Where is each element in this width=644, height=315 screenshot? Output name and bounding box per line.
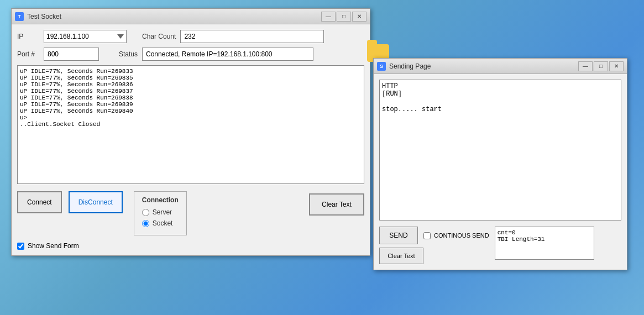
socket-radio-label[interactable]: Socket <box>142 219 179 227</box>
char-count-label: Char Count <box>142 33 176 40</box>
main-window: T Test Socket — □ ✕ IP 192.168.1.100 Cha… <box>11 8 370 256</box>
main-minimize-button[interactable]: — <box>321 12 336 22</box>
main-window-icon: T <box>15 12 24 21</box>
connection-title: Connection <box>142 196 179 204</box>
connect-button[interactable]: Connect <box>17 191 62 213</box>
sending-minimize-button[interactable]: — <box>578 61 593 71</box>
port-label: Port # <box>17 50 39 58</box>
port-row: Port # Status <box>17 48 364 61</box>
status-input[interactable] <box>142 48 313 61</box>
continous-checkbox[interactable] <box>423 232 431 239</box>
log-textarea[interactable] <box>17 65 364 184</box>
sending-title-bar-buttons: — □ ✕ <box>578 61 624 71</box>
main-maximize-button[interactable]: □ <box>337 12 351 22</box>
show-send-form-checkbox[interactable] <box>17 243 24 250</box>
sending-close-button[interactable]: ✕ <box>609 61 624 71</box>
send-controls: SEND CONTINOUS SEND Clear Text <box>379 227 621 264</box>
sending-maximize-button[interactable]: □ <box>594 61 608 71</box>
button-row: Connect DisConnect Connection Server Soc… <box>17 191 364 235</box>
log-area-container <box>17 65 364 186</box>
server-label: Server <box>153 208 172 216</box>
sending-window-icon: S <box>377 62 386 71</box>
sending-clear-text-button[interactable]: Clear Text <box>379 248 423 264</box>
send-left-controls: SEND CONTINOUS SEND Clear Text <box>379 227 489 264</box>
clear-text-button[interactable]: Clear Text <box>309 193 364 216</box>
socket-label: Socket <box>153 219 173 227</box>
main-content: IP 192.168.1.100 Char Count Port # Statu… <box>12 24 370 255</box>
continous-label-row[interactable]: CONTINOUS SEND <box>423 232 489 239</box>
continous-label: CONTINOUS SEND <box>434 232 489 239</box>
sending-window-title: Sending Page <box>389 62 578 70</box>
main-title-bar: T Test Socket — □ ✕ <box>12 9 370 24</box>
port-input[interactable] <box>44 48 99 61</box>
send-textarea[interactable] <box>379 80 621 221</box>
char-count-input[interactable] <box>180 30 324 43</box>
show-send-form-label: Show Send Form <box>28 242 79 250</box>
ip-select[interactable]: 192.168.1.100 <box>44 30 127 43</box>
main-window-title: Test Socket <box>27 13 321 20</box>
server-radio[interactable] <box>142 209 149 216</box>
send-button[interactable]: SEND <box>379 227 418 244</box>
server-radio-label[interactable]: Server <box>142 208 179 216</box>
main-title-bar-buttons: — □ ✕ <box>321 12 366 22</box>
main-close-button[interactable]: ✕ <box>352 12 366 22</box>
connection-group: Connection Server Socket <box>134 191 187 235</box>
sending-window: S Sending Page — □ ✕ SEND CONTINOUS SEND… <box>373 58 627 270</box>
sending-content: SEND CONTINOUS SEND Clear Text <box>374 74 627 270</box>
socket-radio[interactable] <box>142 220 149 227</box>
show-send-form-row: Show Send Form <box>17 242 364 250</box>
info-textarea[interactable] <box>495 227 594 260</box>
status-label: Status <box>119 50 138 58</box>
ip-row: IP 192.168.1.100 Char Count <box>17 30 364 43</box>
disconnect-button[interactable]: DisConnect <box>69 191 123 213</box>
sending-title-bar: S Sending Page — □ ✕ <box>374 59 627 74</box>
ip-label: IP <box>17 33 39 40</box>
